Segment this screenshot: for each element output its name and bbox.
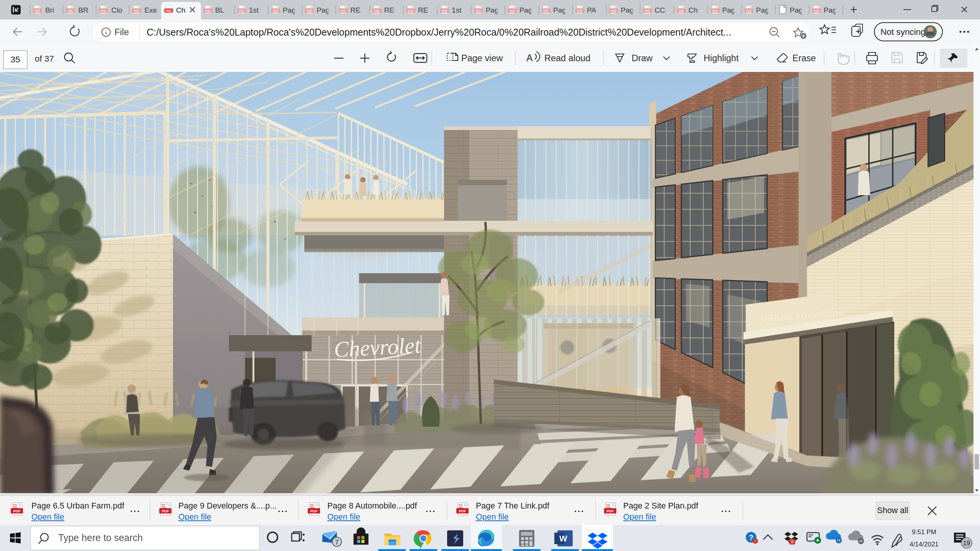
svg-text:PDF: PDF	[310, 509, 318, 513]
svg-text:File: File	[114, 27, 129, 37]
svg-text:Read aloud: Read aloud	[544, 53, 590, 63]
svg-text:C:/Users/Roca's%20Laptop/Roca': C:/Users/Roca's%20Laptop/Roca's%20Develo…	[147, 27, 731, 37]
svg-text:6: 6	[791, 539, 794, 544]
svg-text:PDF: PDF	[162, 509, 169, 513]
svg-text:Ch: Ch	[176, 6, 185, 14]
svg-text:19: 19	[963, 540, 970, 546]
svg-text:Page view: Page view	[461, 53, 503, 63]
svg-text:Not syncing: Not syncing	[880, 27, 926, 37]
svg-text:Type here to search: Type here to search	[58, 532, 143, 543]
svg-text:PDF: PDF	[166, 9, 172, 13]
svg-text:W: W	[559, 534, 567, 543]
svg-text:7: 7	[335, 539, 338, 546]
svg-text:!: !	[755, 539, 756, 544]
svg-text:A: A	[526, 52, 533, 63]
svg-text:Draw: Draw	[632, 53, 653, 63]
svg-text:of 37: of 37	[35, 54, 54, 64]
svg-text:Erase: Erase	[792, 53, 816, 63]
svg-text:PDF: PDF	[459, 509, 466, 513]
svg-text:PDF: PDF	[607, 509, 614, 513]
svg-text:PDF: PDF	[13, 509, 21, 513]
svg-text:Highlight: Highlight	[704, 53, 739, 63]
svg-text:35: 35	[10, 55, 20, 64]
svg-text:Show all: Show all	[877, 506, 908, 515]
svg-text:4/14/2021: 4/14/2021	[910, 541, 939, 548]
svg-text:9:51 PM: 9:51 PM	[912, 528, 936, 536]
